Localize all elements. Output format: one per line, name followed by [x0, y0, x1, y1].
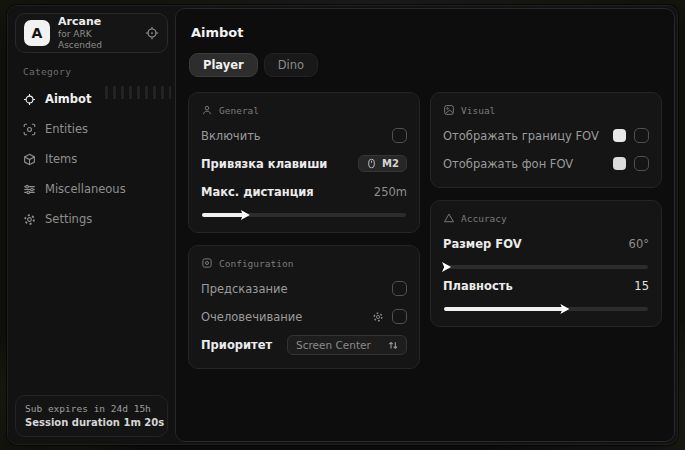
session-duration-text: Session duration 1m 20s	[25, 417, 158, 428]
sub-expires-text: Sub expires in 24d 15h	[25, 403, 158, 414]
card-configuration: Configuration Предсказание Очеловечивани…	[188, 245, 420, 369]
page-title: Aimbot	[191, 25, 662, 40]
subscription-card: Sub expires in 24d 15h Session duration …	[15, 395, 168, 437]
card-title: Accuracy	[461, 213, 507, 224]
priority-value: Screen Center	[296, 339, 371, 351]
setting-label: Макс. дистанция	[201, 185, 314, 199]
setting-row-prediction: Предсказание	[201, 277, 407, 300]
cards-grid: General Включить Привязка клавиши	[188, 92, 662, 369]
fov-bg-checkbox[interactable]	[634, 156, 649, 171]
category-label: Category	[8, 53, 175, 82]
setting-label: Отображать границу FOV	[443, 129, 599, 143]
image-icon	[443, 104, 455, 116]
sidebar-item-items[interactable]: Items	[15, 144, 168, 174]
setting-label: Размер FOV	[443, 237, 522, 251]
app-logo-card: A Arcane for ARK Ascended	[15, 13, 168, 53]
slider-thumb[interactable]	[442, 262, 451, 272]
sidebar-item-label: Settings	[45, 212, 92, 226]
scan-icon	[23, 123, 36, 136]
sidebar-item-aimbot[interactable]: Aimbot	[15, 84, 168, 114]
setting-row-fov-border: Отображать границу FOV	[443, 124, 649, 147]
enable-checkbox[interactable]	[392, 128, 407, 143]
humanization-checkbox[interactable]	[392, 309, 407, 324]
app-subtitle: for ARK Ascended	[58, 29, 137, 50]
setting-label: Отображать фон FOV	[443, 157, 573, 171]
setting-row-priority: Приоритет Screen Center	[201, 333, 407, 356]
fov-size-value: 60°	[629, 237, 649, 251]
distance-slider[interactable]	[202, 213, 406, 217]
setting-label: Предсказание	[201, 282, 288, 296]
setting-row-fov-bg: Отображать фон FOV	[443, 152, 649, 175]
keybind-button[interactable]: M2	[358, 155, 407, 172]
card-accuracy: Accuracy Размер FOV 60° Плавность	[430, 200, 662, 327]
slider-thumb[interactable]	[241, 210, 250, 220]
gear-icon[interactable]	[372, 311, 384, 323]
smoothness-value: 15	[634, 279, 649, 293]
setting-row-fov-size: Размер FOV 60°	[443, 232, 649, 255]
main-panel: Aimbot Player Dino	[175, 8, 675, 442]
card-general: General Включить Привязка клавиши	[188, 92, 420, 233]
priority-dropdown[interactable]: Screen Center	[287, 335, 407, 355]
setting-label: Привязка клавиши	[201, 157, 327, 171]
setting-row-distance: Макс. дистанция 250m	[201, 180, 407, 203]
box-icon	[23, 153, 36, 166]
card-visual: Visual Отображать границу FOV Отображать…	[430, 92, 662, 188]
cheat-window: A Arcane for ARK Ascended Category	[7, 5, 678, 445]
fov-border-checkbox[interactable]	[634, 128, 649, 143]
setting-label: Плавность	[443, 279, 513, 293]
updown-arrows-icon	[388, 339, 398, 350]
setting-row-keybind: Привязка клавиши M2	[201, 152, 407, 175]
screen: A Arcane for ARK Ascended Category	[0, 0, 685, 450]
sidebar-item-entities[interactable]: Entities	[15, 114, 168, 144]
person-target-icon	[201, 104, 213, 116]
card-title: General	[219, 105, 259, 116]
sliders-icon	[23, 183, 36, 196]
tab-dino[interactable]: Dino	[264, 53, 318, 77]
distance-value: 250m	[374, 185, 407, 199]
fov-bg-color-swatch[interactable]	[613, 157, 626, 170]
sidebar: A Arcane for ARK Ascended Category	[8, 6, 175, 444]
setting-label: Приоритет	[201, 338, 272, 352]
setting-row-smoothness: Плавность 15	[443, 274, 649, 297]
triangle-icon	[443, 212, 455, 224]
setting-row-humanization: Очеловечивание	[201, 305, 407, 328]
crosshair-icon	[23, 93, 36, 106]
keybind-value: M2	[382, 158, 399, 169]
tab-player[interactable]: Player	[189, 53, 258, 77]
mouse-icon	[366, 158, 377, 169]
fov-size-slider[interactable]	[444, 265, 648, 269]
gear-icon	[23, 213, 36, 226]
sidebar-item-label: Miscellaneous	[45, 182, 126, 196]
app-logo: A	[24, 20, 50, 46]
card-title: Configuration	[219, 258, 293, 269]
setting-row-enable: Включить	[201, 124, 407, 147]
sidebar-nav: Aimbot Entities	[8, 82, 175, 236]
smoothness-slider[interactable]	[444, 307, 648, 311]
sidebar-item-settings[interactable]: Settings	[15, 204, 168, 234]
slider-thumb[interactable]	[560, 304, 569, 314]
sidebar-item-label: Items	[45, 152, 77, 166]
setting-label: Включить	[201, 129, 261, 143]
config-box-icon	[201, 257, 213, 269]
setting-label: Очеловечивание	[201, 310, 302, 324]
app-name: Arcane	[58, 16, 137, 29]
sidebar-item-miscellaneous[interactable]: Miscellaneous	[15, 174, 168, 204]
sidebar-item-label: Entities	[45, 122, 88, 136]
fov-border-color-swatch[interactable]	[613, 129, 626, 142]
sidebar-item-label: Aimbot	[45, 92, 91, 106]
card-title: Visual	[461, 105, 495, 116]
tab-bar: Player Dino	[189, 53, 662, 77]
target-icon[interactable]	[145, 26, 159, 40]
prediction-checkbox[interactable]	[392, 281, 407, 296]
